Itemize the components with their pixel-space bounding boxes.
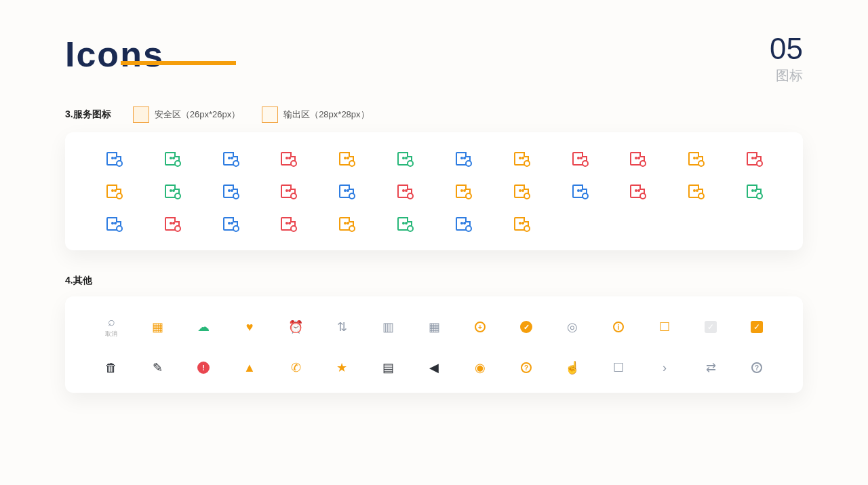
doc-list-icon: [437, 151, 489, 166]
card-remove-icon: [146, 216, 198, 231]
doc-refresh-icon: [146, 151, 198, 166]
alarm-clock-icon: ⏰: [273, 315, 319, 338]
legend-output-area: 输出区（28px*28px）: [262, 106, 369, 123]
add-circle-icon: +: [457, 315, 503, 338]
trash-icon: 🗑: [88, 362, 134, 374]
card-add-icon: [496, 151, 547, 166]
section-service-title: 3.服务图标: [65, 109, 111, 121]
briefcase-icon: ☐: [642, 315, 688, 338]
edit-icon: ✎: [134, 362, 180, 374]
help-gray-icon: ?: [734, 362, 780, 374]
doc-share-icon: [205, 184, 256, 199]
note-sync-icon: [379, 216, 431, 231]
card-edit-icon: [728, 151, 780, 166]
message-icon: ☐: [595, 362, 642, 374]
card-minus-icon: [205, 216, 256, 231]
page-caption: 图标: [770, 66, 803, 85]
card-spark-icon: [263, 184, 315, 199]
card-verified-icon: [612, 151, 664, 166]
heart-icon: ♥: [226, 315, 273, 338]
doc-pin-icon: [379, 184, 431, 199]
alert-fill-icon: !: [180, 362, 226, 374]
card-coin-icon: [437, 184, 489, 199]
service-icons-panel: [65, 132, 803, 250]
section-other-title: 4.其他: [65, 275, 803, 287]
note-edit-icon: [88, 184, 140, 199]
other-icons-panel: ⌕取消▦☁♥⏰⇅▥▦+✓◎i☐✓✓🗑✎!▲✆★▤◀◉?☝☐›⇄?: [65, 296, 803, 393]
star-fill-icon: ★: [319, 362, 365, 374]
save-icon: ▤: [365, 362, 411, 374]
doc-shield-icon: [146, 184, 198, 199]
check-circle-fill-icon: ✓: [503, 315, 549, 338]
doc-stamp-icon: [263, 216, 315, 231]
swatch-output-icon: [262, 106, 278, 123]
qr-code-icon: ▦: [134, 315, 180, 338]
card-search-icon: [321, 184, 372, 199]
page-title: Icons: [65, 34, 164, 75]
card-download-icon: [554, 184, 606, 199]
help-circle-icon: ?: [503, 362, 549, 374]
eye-icon: ◉: [457, 362, 503, 374]
calendar-icon: ▦: [411, 315, 457, 338]
doc-close-icon: [205, 151, 256, 166]
bar-chart-icon: ▥: [365, 315, 411, 338]
list-card-icon: [88, 216, 140, 231]
search-icon: ⌕取消: [88, 315, 134, 338]
briefcase-icon: [437, 216, 489, 231]
card-config-icon: [321, 151, 372, 166]
thumbs-up-icon: ☝: [549, 362, 595, 374]
note-text-icon: [321, 216, 372, 231]
sort-icon: ⇅: [319, 315, 365, 338]
page-number-block: 05 图标: [770, 34, 803, 85]
card-fire-icon: [496, 184, 547, 199]
card-flag-icon: [554, 151, 606, 166]
fire-icon: ▲: [226, 362, 273, 374]
location-pin-icon: ◎: [549, 315, 595, 338]
doc-search-icon: [88, 151, 140, 166]
chevron-right-icon: ›: [642, 362, 688, 374]
card-upload-icon: [612, 184, 664, 199]
title-accent: [121, 61, 236, 65]
shuffle-icon: ⇄: [688, 362, 734, 374]
checkbox-on-icon: ✓: [734, 315, 780, 338]
info-circle-icon: i: [595, 315, 642, 338]
checkbox-off-icon: ✓: [688, 315, 734, 338]
volume-icon: ◀: [411, 362, 457, 374]
swatch-safe-icon: [133, 106, 149, 123]
doc-time-icon: [379, 151, 431, 166]
card-delete-icon: [263, 151, 315, 166]
page-number: 05: [770, 34, 803, 64]
page-header: Icons 05 图标: [65, 34, 803, 85]
card-new-icon: [728, 184, 780, 199]
card-approve-icon: [670, 184, 722, 199]
card-return-icon: [670, 151, 722, 166]
legend-safe-area: 安全区（26px*26px）: [133, 106, 240, 123]
wechat-icon: ☁: [180, 315, 226, 338]
card-forward-icon: [496, 216, 547, 231]
phone-icon: ✆: [273, 362, 319, 374]
